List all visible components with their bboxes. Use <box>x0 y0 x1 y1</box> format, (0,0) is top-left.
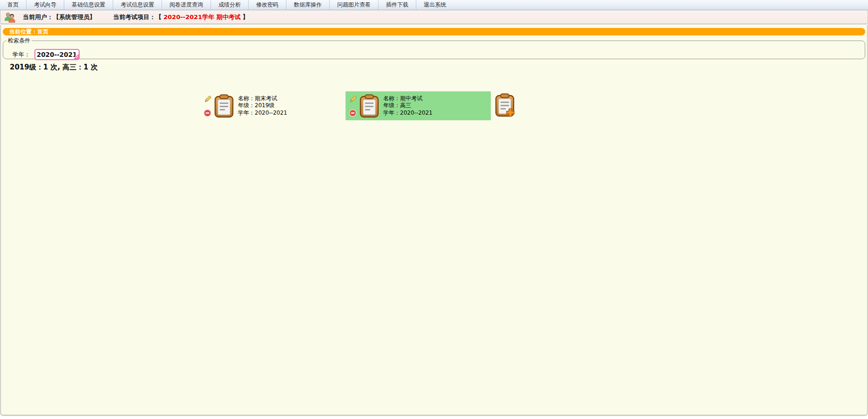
exam-card-final[interactable]: 名称：期末考试 年级：2019级 学年：2020--2021 <box>200 91 346 120</box>
year-label: 学年： <box>13 51 30 59</box>
user-status-bar: 当前用户：【系统管理员】 当前考试项目：【 2020--2021学年 期中考试 … <box>0 10 868 24</box>
menu-item-exam-info[interactable]: 考试信息设置 <box>113 0 162 10</box>
delete-minus-icon[interactable] <box>349 109 358 117</box>
menu-item-problem-images[interactable]: 问题图片查看 <box>329 0 378 10</box>
top-menu-bar: 首页 考试向导 基础信息设置 考试信息设置 阅卷进度查询 成绩分析 修改密码 数… <box>0 0 868 10</box>
exam-year: 学年：2020--2021 <box>383 110 433 117</box>
exam-grade: 年级：高三 <box>383 102 433 110</box>
exam-name: 名称：期末考试 <box>238 95 287 103</box>
menu-item-database-ops[interactable]: 数据库操作 <box>286 0 329 10</box>
add-exam-button[interactable] <box>495 93 516 118</box>
breadcrumb: 当前位置：首页 <box>3 28 865 35</box>
menu-item-grading-progress[interactable]: 阅卷进度查询 <box>162 0 210 10</box>
year-select[interactable]: 2020--2021 <box>34 49 80 60</box>
clipboard-icon <box>214 94 234 118</box>
page: 首页 考试向导 基础信息设置 考试信息设置 阅卷进度查询 成绩分析 修改密码 数… <box>0 0 868 419</box>
exam-card-midterm-selected[interactable]: 名称：期中考试 年级：高三 学年：2020--2021 <box>346 91 491 120</box>
exam-card-details: 名称：期末考试 年级：2019级 学年：2020--2021 <box>238 95 287 117</box>
breadcrumb-text: 当前位置：首页 <box>9 28 48 35</box>
exam-card-details: 名称：期中考试 年级：高三 学年：2020--2021 <box>383 95 433 117</box>
clipboard-icon <box>359 94 379 118</box>
exam-name: 名称：期中考试 <box>383 95 433 103</box>
current-project-label: 当前考试项目：【 2020--2021学年 期中考试 】 <box>113 13 249 21</box>
exam-grade: 年级：2019级 <box>238 102 287 110</box>
edit-pencil-icon[interactable] <box>203 95 213 103</box>
menu-item-home[interactable]: 首页 <box>0 0 26 10</box>
current-project-value: 2020--2021学年 期中考试 <box>163 13 241 21</box>
project-suffix: 】 <box>243 13 249 21</box>
card-actions <box>203 95 213 117</box>
menu-item-exam-wizard[interactable]: 考试向导 <box>26 0 64 10</box>
edit-pencil-icon[interactable] <box>349 95 358 103</box>
year-select-value: 2020--2021 <box>37 51 77 58</box>
menu-item-plugin-download[interactable]: 插件下载 <box>378 0 416 10</box>
exam-year: 学年：2020--2021 <box>238 110 287 117</box>
menu-item-basic-info[interactable]: 基础信息设置 <box>64 0 113 10</box>
delete-minus-icon[interactable] <box>203 109 213 117</box>
exam-count-summary: 2019级：1 次, 高三：1 次 <box>10 63 98 72</box>
menu-item-change-password[interactable]: 修改密码 <box>248 0 286 10</box>
search-conditions-fieldset: 检索条件 学年： 2020--2021 <box>3 37 865 59</box>
project-prefix: 当前考试项目：【 <box>113 13 162 21</box>
current-user-label: 当前用户：【系统管理员】 <box>23 13 95 21</box>
search-row: 学年： 2020--2021 <box>13 49 80 60</box>
users-icon <box>4 12 17 23</box>
menu-item-logout[interactable]: 退出系统 <box>416 0 454 10</box>
menu-item-score-analysis[interactable]: 成绩分析 <box>210 0 248 10</box>
clipboard-plus-icon <box>495 111 516 120</box>
content-panel: 当前位置：首页 检索条件 学年： 2020--2021 2019级：1 次, 高… <box>0 25 868 415</box>
search-legend: 检索条件 <box>7 37 32 45</box>
card-actions <box>349 95 358 117</box>
